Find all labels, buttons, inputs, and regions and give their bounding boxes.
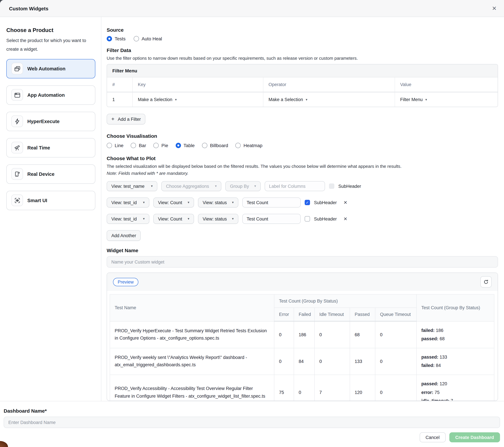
chevron-down-icon: ▾ — [143, 217, 145, 220]
summary-line: error: 75 — [421, 388, 489, 397]
radio-tests[interactable]: Tests — [107, 36, 126, 41]
product-card-web-automation[interactable]: Web Automation — [6, 59, 95, 78]
preview-header: Preview — [107, 273, 498, 291]
preview-panel: Preview Test Name — [107, 272, 498, 401]
filter-data-heading: Filter Data — [107, 47, 498, 53]
sidebar-heading: Choose a Product — [6, 27, 95, 33]
radio-dot-icon — [202, 143, 207, 148]
filter-row: 1 Make a Selection▾ Make a Selection▾ Fi… — [107, 92, 498, 107]
chevron-down-icon: ▾ — [188, 217, 189, 220]
visualisation-radio-group: Line Bar Pie Table Billboard Heatmap — [107, 143, 498, 148]
mobile-signal-icon — [11, 168, 23, 180]
filter-table: # Key Operator Value 1 Make a Selection▾… — [107, 78, 498, 107]
radio-bar[interactable]: Bar — [131, 143, 146, 148]
plot-row: View: test_id▾ View: Count▾ View: status… — [107, 214, 498, 224]
preview-badge[interactable]: Preview — [113, 278, 138, 286]
telescope-icon — [11, 142, 23, 154]
subheader-checkbox[interactable] — [305, 216, 310, 221]
chevron-down-icon: ▾ — [175, 98, 177, 101]
lightning-icon — [11, 116, 23, 127]
chevron-down-icon: ▾ — [232, 201, 234, 204]
chevron-down-icon: ▾ — [425, 98, 427, 101]
queue-timeout-cell: 0 — [375, 321, 416, 348]
radio-dot-icon — [235, 143, 241, 148]
product-card-real-time[interactable]: Real Time — [6, 138, 95, 157]
subheader-label: SubHeader — [314, 216, 337, 221]
count-dropdown[interactable]: View: Count▾ — [153, 214, 194, 224]
table-row: PROD_Verify Accessibility - Accessibilit… — [110, 375, 494, 401]
radio-auto-heal[interactable]: Auto Heal — [133, 36, 162, 41]
filter-key-dropdown[interactable]: Make a Selection▾ — [138, 97, 177, 102]
filter-col-value: Value — [395, 78, 498, 92]
source-heading: Source — [107, 27, 498, 33]
radio-dot-icon — [107, 36, 112, 41]
widget-name-input[interactable] — [107, 256, 498, 268]
close-icon[interactable]: ✕ — [343, 216, 347, 221]
col-group-header: Test Count (Group By Status) — [274, 294, 416, 308]
product-card-hyperexecute[interactable]: HyperExecute — [6, 112, 95, 131]
column-label-input[interactable] — [265, 181, 325, 191]
passed-cell: 68 — [350, 321, 375, 348]
passed-cell: 120 — [350, 375, 375, 401]
product-card-smart-ui[interactable]: Smart UI — [6, 191, 95, 210]
app-window-icon — [11, 89, 23, 101]
product-card-real-device[interactable]: Real Device — [6, 164, 95, 184]
source-radio-group: Tests Auto Heal — [107, 36, 498, 41]
column-label-input[interactable] — [242, 214, 301, 224]
count-dropdown[interactable]: View: Count▾ — [153, 197, 194, 208]
product-card-app-automation[interactable]: App Automation — [6, 85, 95, 105]
idle-timeout-cell: 0 — [314, 321, 350, 348]
aggregations-dropdown[interactable]: Choose Aggregations▾ — [161, 181, 221, 191]
radio-option-label: Table — [183, 143, 195, 148]
chevron-down-icon: ▾ — [215, 184, 217, 188]
view-dropdown[interactable]: View: test_id▾ — [107, 214, 149, 224]
plot-row: View: test_id▾ View: Count▾ View: status… — [107, 197, 498, 208]
chevron-down-icon: ▾ — [151, 184, 153, 188]
filter-menu-title: Filter Menu — [107, 64, 498, 78]
dashboard-name-input[interactable] — [4, 417, 500, 428]
status-dropdown[interactable]: View: status▾ — [198, 214, 238, 224]
view-dropdown[interactable]: View: test_name▾ — [107, 181, 157, 191]
close-icon[interactable]: ✕ — [492, 5, 497, 11]
cancel-button[interactable]: Cancel — [419, 432, 446, 442]
refresh-button[interactable] — [480, 276, 492, 288]
close-icon[interactable]: ✕ — [343, 200, 347, 205]
summary-line: passed: 68 — [421, 335, 489, 343]
radio-option-label: Heatmap — [244, 143, 263, 148]
group-by-dropdown[interactable]: Group By▾ — [225, 181, 261, 191]
filter-rows: 1 Make a Selection▾ Make a Selection▾ Fi… — [107, 92, 498, 107]
preview-table: Test Name Test Count (Group By Status) T… — [110, 294, 494, 401]
sidebar-description: Select the product for which you want to… — [6, 36, 95, 54]
radio-option-label: Bar — [139, 143, 146, 148]
subheader-checkbox[interactable] — [329, 183, 334, 189]
summary-line: idle_timeout: 7 — [421, 397, 489, 401]
radio-option-label: Auto Heal — [142, 36, 162, 41]
summary-line: passed: 120 — [421, 380, 489, 388]
radio-table[interactable]: Table — [176, 143, 195, 148]
add-another-button[interactable]: Add Another — [107, 230, 141, 241]
product-list: Web Automation App Automation HyperExecu… — [6, 59, 95, 210]
radio-pie[interactable]: Pie — [154, 143, 168, 148]
create-dashboard-button[interactable]: Create Dashboard — [449, 432, 500, 442]
summary-cell: passed: 133failed: 84 — [416, 348, 494, 375]
add-filter-button[interactable]: + Add a Filter — [107, 114, 145, 124]
radio-billboard[interactable]: Billboard — [202, 143, 228, 148]
filter-value-dropdown[interactable]: Filter Menu▾ — [400, 97, 427, 102]
radio-dot-icon — [154, 143, 159, 148]
view-dropdown[interactable]: View: test_id▾ — [107, 197, 149, 208]
refresh-icon — [483, 279, 489, 285]
custom-widgets-modal: Custom Widgets ✕ Choose a Product Select… — [0, 0, 504, 447]
subheader-checkbox[interactable]: ✓ — [305, 200, 310, 205]
radio-line[interactable]: Line — [107, 143, 124, 148]
column-label-input[interactable] — [242, 197, 301, 208]
filter-key-value: Make a Selection — [138, 97, 172, 102]
filter-value-value: Filter Menu — [400, 97, 423, 102]
summary-line: failed: 84 — [421, 361, 489, 370]
filter-operator-dropdown[interactable]: Make a Selection▾ — [269, 97, 307, 102]
plot-rows: View: test_id▾ View: Count▾ View: status… — [107, 197, 498, 224]
status-dropdown[interactable]: View: status▾ — [198, 197, 238, 208]
error-cell: 0 — [274, 348, 294, 375]
radio-heatmap[interactable]: Heatmap — [235, 143, 263, 148]
test-name-cell: PROD_Verify Accessibility - Accessibilit… — [110, 375, 274, 401]
preview-rows: PROD_Verify HyperExecute - Test Summary … — [110, 321, 494, 401]
